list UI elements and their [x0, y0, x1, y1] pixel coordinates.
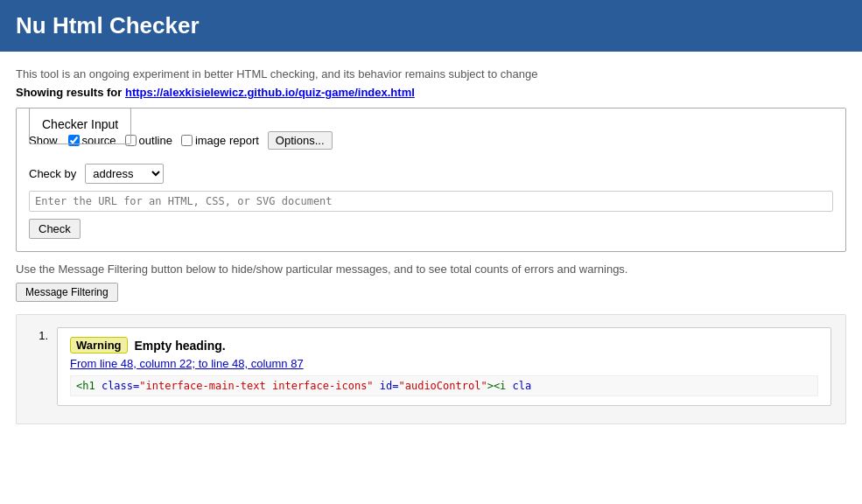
- code-val-class: "interface-main-text interface-icons": [139, 380, 373, 392]
- results-area: 1. Warning Empty heading. From line 48, …: [16, 314, 846, 424]
- show-row: Show source outline image report Options…: [29, 131, 833, 150]
- showing-label: Showing results for: [16, 86, 125, 99]
- image-report-checkbox-label[interactable]: image report: [181, 134, 259, 147]
- outline-checkbox-label[interactable]: outline: [125, 134, 172, 147]
- result-code: <h1 class="interface-main-text interface…: [70, 375, 818, 396]
- outline-label: outline: [139, 134, 172, 147]
- code-tag: <h1: [76, 380, 102, 392]
- experiment-info: This tool is an ongoing experiment in be…: [16, 67, 846, 80]
- filter-info: Use the Message Filtering button below t…: [16, 262, 846, 276]
- showing-results: Showing results for https://alexkisielew…: [16, 86, 846, 99]
- image-report-checkbox[interactable]: [181, 135, 193, 146]
- check-by-label: Check by: [29, 167, 76, 180]
- code-tag-i: <i: [494, 380, 513, 392]
- result-message: Empty heading.: [135, 339, 226, 353]
- code-tag-close: >: [487, 380, 494, 392]
- result-location[interactable]: From line 48, column 22; to line 48, col…: [70, 357, 818, 370]
- options-button[interactable]: Options...: [268, 131, 333, 150]
- message-filtering-button[interactable]: Message Filtering: [16, 283, 118, 302]
- result-title-row: Warning Empty heading.: [70, 337, 818, 354]
- checker-input-legend: Checker Input: [29, 108, 131, 144]
- code-attr-id: id=: [380, 380, 399, 392]
- header: Nu Html Checker: [0, 0, 862, 52]
- code-attr-class: class=: [102, 380, 139, 392]
- image-report-label: image report: [195, 134, 259, 147]
- result-number: 1.: [31, 329, 48, 342]
- result-card: Warning Empty heading. From line 48, col…: [57, 327, 831, 406]
- app-title: Nu Html Checker: [16, 12, 846, 39]
- code-attr-cla: cla: [513, 380, 532, 392]
- url-input[interactable]: [29, 191, 833, 212]
- check-by-row: Check by address file upload text input: [29, 164, 833, 184]
- warning-badge: Warning: [70, 337, 128, 354]
- check-by-select[interactable]: address file upload text input: [85, 164, 164, 184]
- code-val-id: "audioControl": [399, 380, 487, 392]
- checker-input-section: Checker Input Show source outline image …: [16, 108, 846, 252]
- check-button[interactable]: Check: [29, 219, 81, 239]
- showing-url-link[interactable]: https://alexkisielewicz.github.io/quiz-g…: [125, 86, 415, 99]
- result-list: 1. Warning Empty heading. From line 48, …: [31, 327, 831, 406]
- table-row: 1. Warning Empty heading. From line 48, …: [31, 327, 831, 406]
